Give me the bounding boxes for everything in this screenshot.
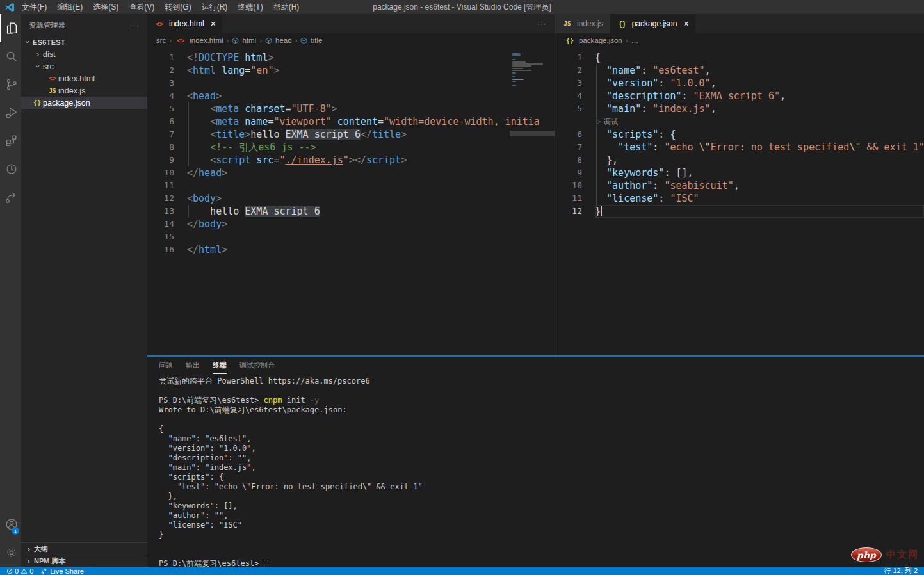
sidebar-section-大纲[interactable]: ›大纲 <box>21 542 147 555</box>
menu-item-编[interactable]: 编辑(E) <box>52 0 88 14</box>
extensions-icon[interactable] <box>0 127 21 155</box>
breadcrumb-item[interactable]: src <box>156 36 166 44</box>
source-control-icon[interactable] <box>0 70 21 99</box>
code-line-7[interactable]: 7 <title>hello EXMA script 6</title> <box>147 128 555 141</box>
code-line-1[interactable]: 1{ <box>555 51 924 64</box>
breadcrumb-item[interactable]: head <box>275 36 292 44</box>
search-icon[interactable] <box>0 42 21 70</box>
code-line-6[interactable]: 6 <meta name="viewport" content="width=d… <box>147 115 555 128</box>
breadcrumb-item[interactable]: package.json <box>579 36 622 44</box>
breadcrumb-item[interactable]: html <box>242 36 256 44</box>
tree-item-index.html[interactable]: <>index.html <box>21 72 147 85</box>
live-share-status[interactable]: Live Share <box>41 567 84 575</box>
editor-actions-more[interactable]: ··· <box>530 14 555 33</box>
workbench: 1 资源管理器 ··· ›ES6TEST›dist›src<>index.htm… <box>0 14 924 567</box>
code-line-4[interactable]: 4<head> <box>147 90 555 102</box>
panel-tabs: 问题输出终端调试控制台 <box>147 357 924 374</box>
code-line-9[interactable]: 9 <script src="./index.js"></script> <box>147 154 555 166</box>
tabbar-left: <>index.html×··· <box>147 14 555 33</box>
code-line-7[interactable]: 7 "test": "echo \"Error: no test specifi… <box>555 141 924 154</box>
close-icon[interactable]: × <box>683 19 688 29</box>
sidebar-title: 资源管理器 <box>29 20 66 30</box>
code-line-6[interactable]: 6 "scripts": { <box>555 128 924 141</box>
tree-item-index.js[interactable]: JSindex.js <box>21 85 147 97</box>
problems-status[interactable]: 0 0 <box>6 567 33 575</box>
code-line-2[interactable]: 2 "name": "es6test", <box>555 64 924 77</box>
menu-item-终[interactable]: 终端(T) <box>232 0 268 14</box>
menu-item-文[interactable]: 文件(F) <box>17 0 52 14</box>
menu-item-帮[interactable]: 帮助(H) <box>268 0 305 14</box>
terminal[interactable]: 尝试新的跨平台 PowerShell https://aka.ms/pscore… <box>147 374 924 567</box>
menu-item-运[interactable]: 运行(R) <box>197 0 233 14</box>
error-count: 0 <box>15 567 19 575</box>
live-share-icon[interactable] <box>0 183 21 211</box>
panel-tab-输出[interactable]: 输出 <box>186 357 200 374</box>
run-debug-icon[interactable] <box>0 99 21 127</box>
breadcrumb-item[interactable]: index.html <box>190 36 223 44</box>
tree-item-dist[interactable]: ›dist <box>21 48 147 60</box>
menu-item-查[interactable]: 查看(V) <box>124 0 159 14</box>
tree-item-package.json[interactable]: {}package.json <box>21 97 147 109</box>
code-line-4[interactable]: 4 "description": "EXMA script 6", <box>555 90 924 102</box>
menu-item-转[interactable]: 转到(G) <box>159 0 196 14</box>
breadcrumb-right[interactable]: {}package.json›… <box>555 33 924 47</box>
code-editor-package-json[interactable]: 1{2 "name": "es6test",3 "version": "1.0.… <box>555 47 924 355</box>
code-line-11[interactable]: 11 <box>147 179 555 192</box>
tab-package.json[interactable]: {}package.json× <box>610 14 696 33</box>
code-line-14[interactable]: 14</body> <box>147 218 555 231</box>
code-line-10[interactable]: 10</head> <box>147 166 555 179</box>
code-line-3[interactable]: 3 <box>147 77 555 90</box>
code-line-8[interactable]: 8 <!-- 引入es6 js --> <box>147 141 555 154</box>
code-line-8[interactable]: 8 }, <box>555 154 924 166</box>
menu-bar: 文件(F)编辑(E)选择(S)查看(V)转到(G)运行(R)终端(T)帮助(H) <box>17 0 304 14</box>
panel-tab-问题[interactable]: 问题 <box>159 357 173 374</box>
close-icon[interactable]: × <box>211 19 216 29</box>
code-line-12[interactable]: 12} <box>555 205 924 218</box>
code-line-12[interactable]: 12<body> <box>147 192 555 205</box>
code-line-16[interactable]: 16</html> <box>147 243 555 256</box>
code-line-5[interactable]: 5 "main": "index.js", <box>555 102 924 115</box>
panel-tab-调试控制台[interactable]: 调试控制台 <box>239 357 275 374</box>
timeline-icon[interactable] <box>0 155 21 183</box>
code-line-2[interactable]: 2<html lang="en"> <box>147 64 555 77</box>
html-file-icon: <> <box>154 20 165 28</box>
code-line-1[interactable]: 1<!DOCTYPE html> <box>147 51 555 64</box>
account-icon[interactable]: 1 <box>0 510 21 539</box>
settings-icon[interactable] <box>0 539 21 567</box>
code-editor-index-html[interactable]: 1<!DOCTYPE html>2<html lang="en">34<head… <box>147 47 555 355</box>
tree-item-ES6TEST[interactable]: ›ES6TEST <box>21 36 147 48</box>
tab-index.js[interactable]: JSindex.js <box>555 14 610 33</box>
explorer-icon[interactable] <box>0 14 21 42</box>
badge: 1 <box>12 527 19 535</box>
terminal-line <box>159 540 924 549</box>
menu-item-选[interactable]: 选择(S) <box>88 0 124 14</box>
code-line-13[interactable]: 13 hello EXMA script 6 <box>147 205 555 218</box>
code-line-3[interactable]: 3 "version": "1.0.0", <box>555 77 924 90</box>
code-line-15[interactable]: 15 <box>147 231 555 243</box>
tree-item-src[interactable]: ›src <box>21 60 147 72</box>
panel-tab-终端[interactable]: 终端 <box>213 357 227 374</box>
line-text: "main": "index.js", <box>595 102 924 115</box>
code-line-9[interactable]: 9 "keywords": [], <box>555 166 924 179</box>
code-line-11[interactable]: 11 "license": "ISC" <box>555 192 924 205</box>
sidebar-section-NPM 脚本[interactable]: ›NPM 脚本 <box>21 555 147 567</box>
line-number: 3 <box>555 77 582 90</box>
breadcrumb-left[interactable]: src›<>index.html›html›head›title <box>147 33 555 47</box>
code-line-10[interactable]: 10 "author": "seabiscuit", <box>555 179 924 192</box>
line-number: 5 <box>555 102 582 115</box>
tree-item-label: dist <box>43 50 55 59</box>
cursor-position[interactable]: 行 12, 列 2 <box>884 567 918 575</box>
code-line-5[interactable]: 5 <meta charset="UTF-8"> <box>147 102 555 115</box>
sidebar-more-button[interactable]: ··· <box>129 20 140 30</box>
vscode-logo-icon <box>3 3 17 12</box>
breadcrumb-item[interactable]: … <box>631 36 639 44</box>
chevron-right-icon: › <box>24 544 34 554</box>
line-text: } <box>595 205 924 218</box>
json-file-icon: {} <box>564 37 576 44</box>
line-number: 2 <box>147 64 174 77</box>
codelens-debug[interactable]: ▷ 调试 <box>555 115 924 128</box>
tree-item-label: ES6TEST <box>33 38 65 46</box>
tab-index.html[interactable]: <>index.html× <box>147 14 223 33</box>
line-number: 4 <box>147 90 174 102</box>
breadcrumb-item[interactable]: title <box>311 36 322 44</box>
